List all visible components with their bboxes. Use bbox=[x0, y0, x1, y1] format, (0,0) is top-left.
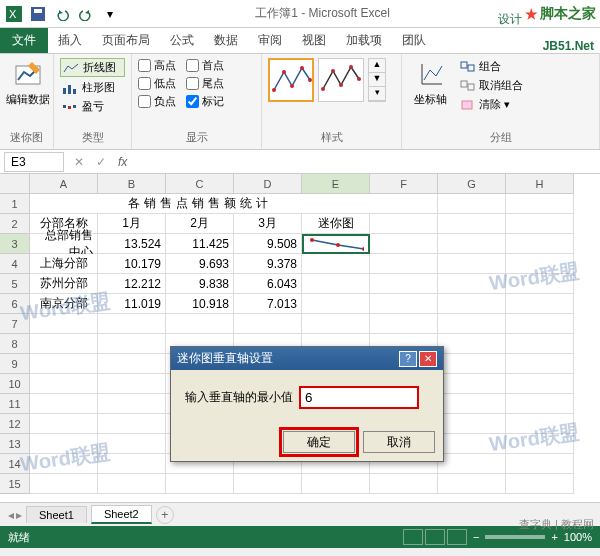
row-1[interactable]: 1 bbox=[0, 194, 30, 214]
tab-insert[interactable]: 插入 bbox=[48, 28, 92, 53]
group-button[interactable]: 组合 bbox=[458, 58, 525, 75]
svg-rect-9 bbox=[68, 106, 71, 109]
chk-first[interactable]: 首点 bbox=[186, 58, 224, 73]
style-swatch-1[interactable] bbox=[268, 58, 314, 102]
edit-data-button[interactable]: 编辑数据 bbox=[6, 58, 50, 107]
col-H[interactable]: H bbox=[506, 174, 574, 194]
svg-point-15 bbox=[308, 78, 312, 82]
style-swatch-2[interactable] bbox=[318, 58, 364, 102]
svg-rect-5 bbox=[63, 88, 66, 94]
tab-data[interactable]: 数据 bbox=[204, 28, 248, 53]
type-line-button[interactable]: 折线图 bbox=[60, 58, 125, 77]
zoom-slider[interactable] bbox=[485, 535, 545, 539]
axis-icon bbox=[414, 58, 446, 90]
dialog-title-text: 迷你图垂直轴设置 bbox=[177, 350, 273, 367]
cell-title[interactable]: 各销售点销售额统计 bbox=[30, 194, 370, 214]
tab-addins[interactable]: 加载项 bbox=[336, 28, 392, 53]
col-C[interactable]: C bbox=[166, 174, 234, 194]
svg-rect-8 bbox=[63, 105, 66, 108]
col-D[interactable]: D bbox=[234, 174, 302, 194]
chk-markers[interactable]: 标记 bbox=[186, 94, 224, 109]
type-column-button[interactable]: 柱形图 bbox=[60, 79, 125, 96]
clear-button[interactable]: 清除 ▾ bbox=[458, 96, 525, 113]
col-E[interactable]: E bbox=[302, 174, 370, 194]
tab-view[interactable]: 视图 bbox=[292, 28, 336, 53]
zoom-value[interactable]: 100% bbox=[564, 531, 592, 543]
tab-file[interactable]: 文件 bbox=[0, 28, 48, 53]
svg-rect-23 bbox=[461, 62, 467, 68]
zoom-out-icon[interactable]: − bbox=[473, 531, 479, 543]
svg-text:X: X bbox=[9, 8, 17, 20]
vertical-axis-dialog: 迷你图垂直轴设置 ? ✕ 输入垂直轴的最小值 确定 取消 bbox=[170, 346, 444, 462]
save-button[interactable] bbox=[28, 4, 48, 24]
ungroup-button[interactable]: 取消组合 bbox=[458, 77, 525, 94]
view-page-break-icon[interactable] bbox=[447, 529, 467, 545]
tab-design[interactable]: 设计 bbox=[488, 7, 532, 32]
select-all-corner[interactable] bbox=[0, 174, 30, 194]
col-A[interactable]: A bbox=[30, 174, 98, 194]
sheet-add-button[interactable]: + bbox=[156, 506, 174, 524]
formula-bar: ✕ ✓ fx bbox=[0, 150, 600, 174]
svg-point-11 bbox=[272, 88, 276, 92]
svg-point-18 bbox=[339, 83, 343, 87]
undo-button[interactable] bbox=[52, 4, 72, 24]
qat-customize-dropdown[interactable]: ▾ bbox=[100, 4, 120, 24]
type-winloss-button[interactable]: 盈亏 bbox=[60, 98, 125, 115]
style-gallery-nav[interactable]: ▲▼▾ bbox=[368, 58, 386, 102]
name-box[interactable] bbox=[4, 152, 64, 172]
svg-point-12 bbox=[282, 70, 286, 74]
svg-point-16 bbox=[321, 87, 325, 91]
sheet-tab-bar: ◂▸ Sheet1 Sheet2 + bbox=[0, 502, 600, 526]
dialog-ok-button[interactable]: 确定 bbox=[283, 431, 355, 453]
col-G[interactable]: G bbox=[438, 174, 506, 194]
sheet-tab-1[interactable]: Sheet1 bbox=[26, 506, 87, 523]
redo-button[interactable] bbox=[76, 4, 96, 24]
ribbon-tabs: 文件 插入 页面布局 公式 数据 审阅 视图 加载项 团队 设计 JB51.Ne… bbox=[0, 28, 600, 54]
accept-icon[interactable]: ✓ bbox=[90, 153, 112, 171]
axis-button[interactable]: 坐标轴 bbox=[408, 58, 452, 113]
chk-high[interactable]: 高点 bbox=[138, 58, 176, 73]
branding: ★ 脚本之家 bbox=[525, 5, 596, 23]
row-3[interactable]: 3 bbox=[0, 234, 30, 254]
dialog-help-icon[interactable]: ? bbox=[399, 351, 417, 367]
ribbon-group-style: ▲▼▾ 样式 bbox=[262, 54, 402, 149]
svg-rect-10 bbox=[73, 105, 76, 108]
svg-rect-27 bbox=[462, 101, 472, 109]
ribbon-group-show: 高点 低点 负点 首点 尾点 标记 显示 bbox=[132, 54, 262, 149]
svg-point-14 bbox=[300, 66, 304, 70]
fx-icon[interactable]: fx bbox=[112, 155, 133, 169]
view-normal-icon[interactable] bbox=[403, 529, 423, 545]
dialog-titlebar[interactable]: 迷你图垂直轴设置 ? ✕ bbox=[171, 347, 443, 370]
chk-neg[interactable]: 负点 bbox=[138, 94, 176, 109]
sheet-tab-2[interactable]: Sheet2 bbox=[91, 505, 152, 524]
tab-review[interactable]: 审阅 bbox=[248, 28, 292, 53]
quick-access-toolbar: X ▾ bbox=[4, 4, 120, 24]
brand-top: 脚本之家 bbox=[540, 5, 596, 23]
chk-last[interactable]: 尾点 bbox=[186, 76, 224, 91]
col-B[interactable]: B bbox=[98, 174, 166, 194]
sheet-nav[interactable]: ◂▸ bbox=[8, 508, 22, 522]
svg-rect-6 bbox=[68, 85, 71, 94]
svg-point-30 bbox=[362, 247, 364, 251]
dialog-cancel-button[interactable]: 取消 bbox=[363, 431, 435, 453]
ribbon-group-type: 折线图 柱形图 盈亏 类型 bbox=[54, 54, 132, 149]
dialog-min-input[interactable] bbox=[299, 386, 419, 409]
svg-point-13 bbox=[290, 84, 294, 88]
dialog-close-icon[interactable]: ✕ bbox=[419, 351, 437, 367]
zoom-in-icon[interactable]: + bbox=[551, 531, 557, 543]
tab-page-layout[interactable]: 页面布局 bbox=[92, 28, 160, 53]
chk-low[interactable]: 低点 bbox=[138, 76, 176, 91]
view-page-layout-icon[interactable] bbox=[425, 529, 445, 545]
cancel-icon[interactable]: ✕ bbox=[68, 153, 90, 171]
edit-data-icon bbox=[12, 58, 44, 90]
ribbon-group-sparkline: 编辑数据 迷你图 bbox=[0, 54, 54, 149]
excel-icon[interactable]: X bbox=[4, 4, 24, 24]
cell-E3-sparkline[interactable] bbox=[302, 234, 370, 254]
tab-formulas[interactable]: 公式 bbox=[160, 28, 204, 53]
row-2[interactable]: 2 bbox=[0, 214, 30, 234]
tab-team[interactable]: 团队 bbox=[392, 28, 436, 53]
svg-point-29 bbox=[336, 243, 340, 247]
formula-input[interactable] bbox=[133, 152, 600, 171]
col-F[interactable]: F bbox=[370, 174, 438, 194]
footer-brand: 查字典 | 教程网 bbox=[519, 517, 594, 532]
